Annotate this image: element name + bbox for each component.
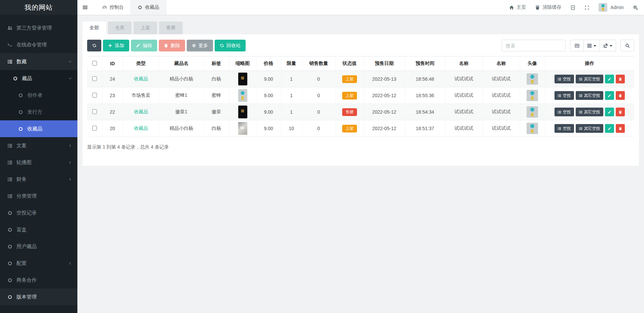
- column-header: 缩略图: [229, 56, 256, 71]
- navbar-tabs: 控制台收藏品: [96, 0, 166, 15]
- refresh-button[interactable]: [87, 40, 101, 51]
- more-button[interactable]: 更多: [187, 40, 213, 51]
- table-row: 20收藏品精品小白杨白杨9.00100上架2022-05-1218:51:37试…: [87, 120, 634, 137]
- sidebar-item-config[interactable]: 配置: [0, 255, 77, 272]
- cell-collection-name: 徽章1: [159, 104, 204, 120]
- row-delete-button[interactable]: [616, 75, 625, 83]
- row-edit-button[interactable]: [605, 124, 614, 133]
- row-edit-button[interactable]: [605, 75, 614, 83]
- airdrop-button[interactable]: 空投: [554, 108, 574, 116]
- site-logo: 我的网站: [0, 0, 77, 15]
- sidebar-item-version-management[interactable]: 版本管理: [0, 288, 77, 305]
- circle-icon: [18, 126, 27, 131]
- filter-tab-all[interactable]: 全部: [82, 22, 106, 34]
- cell-type: 收藏品: [123, 104, 159, 120]
- sidebar-item-digital-collection[interactable]: 数藏: [0, 53, 77, 70]
- cell-limit: 1: [281, 87, 302, 104]
- row-delete-button[interactable]: [616, 124, 625, 133]
- delete-button[interactable]: 删除: [159, 40, 185, 51]
- search-input[interactable]: [502, 40, 566, 51]
- sidebar-item-label: 版本管理: [16, 294, 37, 300]
- airdrop-button[interactable]: 空投: [554, 75, 574, 83]
- circle-icon: [7, 210, 16, 216]
- cell-sold-count: 0: [302, 71, 335, 87]
- cell-avatar: [520, 104, 545, 120]
- cell-name-a: 试试试试: [445, 104, 482, 120]
- cell-actions: 空投其它空投: [545, 71, 634, 87]
- sidebar-item-blind-box[interactable]: 盲盒: [0, 221, 77, 238]
- navbar-tab-console[interactable]: 控制台: [96, 0, 131, 15]
- sidebar-item-collectibles[interactable]: 收藏品: [0, 120, 77, 137]
- row-checkbox[interactable]: [92, 76, 97, 81]
- sidebar-item-label: 第三方登录管理: [16, 25, 52, 31]
- sidebar-item-label: 藏品: [22, 75, 32, 82]
- sidebar-item-finance[interactable]: 财务: [0, 171, 77, 188]
- thumbnail-image: [238, 122, 247, 135]
- sidebar-item-business-cooperation[interactable]: 商务合作: [0, 272, 77, 288]
- toggle-view-button[interactable]: [570, 40, 584, 51]
- home-label: 主页: [516, 4, 526, 10]
- column-header: 类型: [123, 56, 159, 71]
- sidebar-item-label: 分类管理: [16, 193, 37, 199]
- row-delete-button[interactable]: [616, 108, 625, 116]
- sidebar-item-creator[interactable]: 创作者: [0, 87, 77, 104]
- export-button[interactable]: [600, 40, 616, 51]
- row-checkbox[interactable]: [92, 126, 97, 130]
- navbar-tab-collectibles[interactable]: 收藏品: [131, 0, 166, 15]
- chevron-left-icon: [68, 161, 72, 164]
- filter-tab-on-shelf[interactable]: 上架: [134, 22, 157, 34]
- sidebar-item-copywriting[interactable]: 文案: [0, 137, 77, 154]
- chevron-down-icon: [68, 77, 72, 80]
- cell-tag: 徽章: [204, 104, 229, 120]
- sidebar-item-label: 用户藏品: [16, 243, 37, 250]
- clear-cache-link[interactable]: 清除缓存: [535, 4, 561, 10]
- sidebar-item-issuer[interactable]: 发行方: [0, 104, 77, 120]
- sidebar-item-airdrop-records[interactable]: 空投记录: [0, 204, 77, 221]
- sidebar-item-online-command[interactable]: 在线命令管理: [0, 36, 77, 53]
- other-airdrop-button[interactable]: 其它空投: [576, 75, 603, 83]
- row-edit-button[interactable]: [605, 108, 614, 116]
- sidebar-toggle-button[interactable]: [77, 0, 93, 15]
- select-all-checkbox[interactable]: [92, 61, 97, 66]
- list-icon: [7, 143, 16, 148]
- other-airdrop-button[interactable]: 其它空投: [576, 91, 603, 100]
- filter-tab-warehouse[interactable]: 仓库: [108, 22, 132, 34]
- language-switch-icon[interactable]: A: [570, 5, 575, 10]
- edit-button[interactable]: 编辑: [131, 40, 157, 51]
- sidebar: 我的网站 第三方登录管理在线命令管理数藏藏品创作者发行方收藏品文案轮播图财务分类…: [0, 0, 77, 313]
- settings-gears-icon[interactable]: [633, 5, 638, 10]
- row-select-cell: [87, 71, 102, 87]
- sidebar-item-third-party-login[interactable]: 第三方登录管理: [0, 19, 77, 36]
- row-edit-button[interactable]: [605, 91, 614, 100]
- row-checkbox[interactable]: [92, 109, 97, 114]
- search-button[interactable]: [620, 40, 634, 51]
- columns-button[interactable]: [584, 40, 600, 51]
- airdrop-button[interactable]: 空投: [554, 91, 574, 100]
- row-checkbox[interactable]: [92, 93, 97, 97]
- fullscreen-icon[interactable]: [584, 5, 589, 10]
- cell-sold-count: 0: [302, 104, 335, 120]
- column-header: 销售数量: [302, 56, 335, 71]
- airdrop-button[interactable]: 空投: [554, 124, 574, 133]
- sidebar-item-carousel[interactable]: 轮播图: [0, 154, 77, 171]
- row-delete-button[interactable]: [616, 91, 625, 100]
- select-all-cell: [87, 56, 102, 71]
- cell-collection-name: 精品小白杨: [159, 71, 204, 87]
- user-menu[interactable]: Admin: [599, 3, 624, 12]
- sidebar-item-category-management[interactable]: 分类管理: [0, 188, 77, 204]
- add-button[interactable]: 添加: [103, 40, 129, 51]
- sidebar-item-label: 在线命令管理: [16, 42, 47, 48]
- column-header: 预售日期: [364, 56, 405, 71]
- sidebar-item-user-collection[interactable]: 用户藏品: [0, 238, 77, 255]
- cell-status: 上架: [335, 120, 364, 137]
- other-airdrop-button[interactable]: 其它空投: [576, 108, 603, 116]
- circle-icon: [138, 5, 142, 10]
- other-airdrop-button[interactable]: 其它空投: [576, 124, 603, 133]
- circle-icon: [18, 93, 27, 98]
- filter-tab-sold-out[interactable]: 售罄: [159, 22, 183, 34]
- recycle-bin-button[interactable]: 回收站: [215, 40, 246, 51]
- sidebar-item-collection[interactable]: 藏品: [0, 70, 77, 87]
- home-link[interactable]: 主页: [509, 4, 526, 10]
- list-icon: [579, 110, 582, 114]
- sidebar-item-label: 创作者: [27, 92, 42, 99]
